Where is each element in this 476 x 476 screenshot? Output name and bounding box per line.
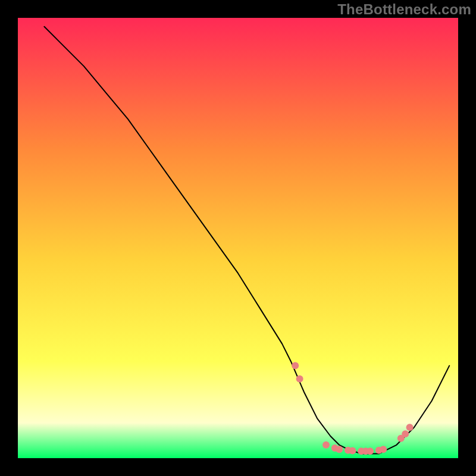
highlight-dot bbox=[367, 447, 374, 455]
highlight-dot bbox=[292, 362, 299, 369]
highlight-dot bbox=[349, 447, 356, 454]
highlight-dot bbox=[322, 441, 330, 449]
highlight-dot bbox=[406, 424, 414, 431]
highlight-dot bbox=[380, 446, 387, 453]
plot-background bbox=[18, 18, 458, 458]
highlight-dot bbox=[296, 375, 303, 383]
bottleneck-chart bbox=[0, 0, 476, 476]
highlight-dot bbox=[402, 430, 409, 437]
watermark-text: TheBottleneck.com bbox=[337, 1, 471, 18]
highlight-dot bbox=[336, 446, 343, 453]
